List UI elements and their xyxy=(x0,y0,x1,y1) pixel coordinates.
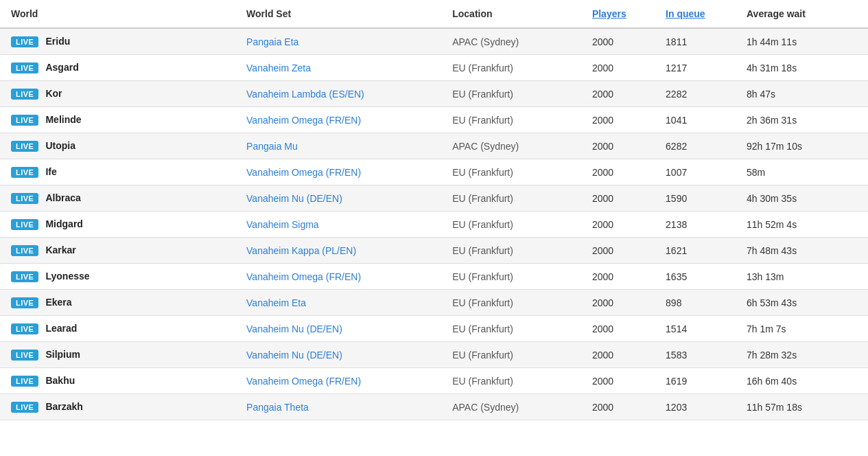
cell-queue: 1514 xyxy=(655,316,736,342)
cell-queue: 1217 xyxy=(655,55,736,81)
table-row: LIVEAlbracaVanaheim Nu (DE/EN)EU (Frankf… xyxy=(0,185,868,212)
cell-wait: 11h 52m 4s xyxy=(736,212,868,238)
world-name: Silpium xyxy=(45,349,80,360)
worldset-link[interactable]: Vanaheim Omega (FR/EN) xyxy=(246,376,361,387)
col-header-inqueue[interactable]: In queue xyxy=(655,0,736,28)
cell-worldset[interactable]: Vanaheim Kappa (PL/EN) xyxy=(235,238,441,264)
cell-wait: 92h 17m 10s xyxy=(736,133,868,159)
live-badge: LIVE xyxy=(11,219,38,230)
table-header-row: World World Set Location Players In queu… xyxy=(0,0,868,28)
cell-worldset[interactable]: Vanaheim Omega (FR/EN) xyxy=(235,107,441,133)
cell-wait: 7h 48m 43s xyxy=(736,238,868,264)
live-badge: LIVE xyxy=(11,193,38,204)
live-badge: LIVE xyxy=(11,36,38,47)
cell-worldset[interactable]: Vanaheim Nu (DE/EN) xyxy=(235,342,441,368)
table-row: LIVESilpiumVanaheim Nu (DE/EN)EU (Frankf… xyxy=(0,342,868,368)
cell-world: LIVEIfe xyxy=(0,159,235,185)
cell-location: EU (Frankfurt) xyxy=(441,342,581,368)
cell-worldset[interactable]: Vanaheim Lambda (ES/EN) xyxy=(235,81,441,107)
table-row: LIVEMidgardVanaheim SigmaEU (Frankfurt)2… xyxy=(0,212,868,238)
world-name: Albraca xyxy=(45,192,80,203)
table-row: LIVEMelindeVanaheim Omega (FR/EN)EU (Fra… xyxy=(0,107,868,133)
cell-players: 2000 xyxy=(581,185,655,212)
cell-players: 2000 xyxy=(581,133,655,159)
cell-world: LIVELyonesse xyxy=(0,264,235,290)
worldset-link[interactable]: Vanaheim Omega (FR/EN) xyxy=(246,271,361,282)
cell-world: LIVEMelinde xyxy=(0,107,235,133)
world-name: Eridu xyxy=(45,36,70,47)
cell-wait: 7h 28m 32s xyxy=(736,342,868,368)
cell-wait: 13h 13m xyxy=(736,264,868,290)
cell-worldset[interactable]: Vanaheim Omega (FR/EN) xyxy=(235,368,441,394)
world-name: Learad xyxy=(45,323,77,334)
worldset-link[interactable]: Vanaheim Zeta xyxy=(246,62,311,73)
live-badge: LIVE xyxy=(11,350,38,361)
cell-wait: 8h 47s xyxy=(736,81,868,107)
cell-queue: 2138 xyxy=(655,212,736,238)
worldset-link[interactable]: Pangaia Theta xyxy=(246,402,309,413)
cell-location: EU (Frankfurt) xyxy=(441,368,581,394)
cell-players: 2000 xyxy=(581,316,655,342)
live-badge: LIVE xyxy=(11,323,38,334)
worldset-link[interactable]: Vanaheim Kappa (PL/EN) xyxy=(246,245,356,256)
table-row: LIVEEriduPangaia EtaAPAC (Sydney)2000181… xyxy=(0,28,868,55)
world-name: Ife xyxy=(45,166,56,177)
worldset-link[interactable]: Pangaia Mu xyxy=(246,141,298,152)
worldset-link[interactable]: Vanaheim Lambda (ES/EN) xyxy=(246,89,364,100)
table-row: LIVEBarzakhPangaia ThetaAPAC (Sydney)200… xyxy=(0,394,868,420)
table-row: LIVEKorVanaheim Lambda (ES/EN)EU (Frankf… xyxy=(0,81,868,107)
cell-queue: 1041 xyxy=(655,107,736,133)
cell-location: EU (Frankfurt) xyxy=(441,107,581,133)
cell-worldset[interactable]: Vanaheim Zeta xyxy=(235,55,441,81)
live-badge: LIVE xyxy=(11,376,38,387)
cell-players: 2000 xyxy=(581,28,655,55)
worldset-link[interactable]: Vanaheim Nu (DE/EN) xyxy=(246,193,342,204)
cell-queue: 1590 xyxy=(655,185,736,212)
table-row: LIVEAsgardVanaheim ZetaEU (Frankfurt)200… xyxy=(0,55,868,81)
cell-world: LIVEKarkar xyxy=(0,238,235,264)
cell-world: LIVEUtopia xyxy=(0,133,235,159)
cell-wait: 4h 30m 35s xyxy=(736,185,868,212)
cell-worldset[interactable]: Pangaia Mu xyxy=(235,133,441,159)
live-badge: LIVE xyxy=(11,141,38,152)
cell-queue: 6282 xyxy=(655,133,736,159)
cell-queue: 1619 xyxy=(655,368,736,394)
cell-world: LIVEEkera xyxy=(0,290,235,316)
cell-players: 2000 xyxy=(581,81,655,107)
table-row: LIVEIfeVanaheim Omega (FR/EN)EU (Frankfu… xyxy=(0,159,868,185)
cell-worldset[interactable]: Vanaheim Omega (FR/EN) xyxy=(235,264,441,290)
cell-players: 2000 xyxy=(581,264,655,290)
worldset-link[interactable]: Vanaheim Omega (FR/EN) xyxy=(246,115,361,126)
cell-worldset[interactable]: Pangaia Eta xyxy=(235,28,441,55)
cell-worldset[interactable]: Vanaheim Omega (FR/EN) xyxy=(235,159,441,185)
cell-worldset[interactable]: Vanaheim Nu (DE/EN) xyxy=(235,185,441,212)
world-name: Midgard xyxy=(45,218,82,229)
worldset-link[interactable]: Vanaheim Omega (FR/EN) xyxy=(246,167,361,178)
cell-wait: 2h 36m 31s xyxy=(736,107,868,133)
cell-queue: 1811 xyxy=(655,28,736,55)
table-row: LIVEUtopiaPangaia MuAPAC (Sydney)2000628… xyxy=(0,133,868,159)
cell-worldset[interactable]: Pangaia Theta xyxy=(235,394,441,420)
cell-queue: 1621 xyxy=(655,238,736,264)
cell-location: EU (Frankfurt) xyxy=(441,159,581,185)
cell-world: LIVELearad xyxy=(0,316,235,342)
live-badge: LIVE xyxy=(11,245,38,256)
cell-players: 2000 xyxy=(581,368,655,394)
world-name: Bakhu xyxy=(45,375,75,386)
cell-queue: 1583 xyxy=(655,342,736,368)
worldset-link[interactable]: Pangaia Eta xyxy=(246,36,298,47)
cell-worldset[interactable]: Vanaheim Eta xyxy=(235,290,441,316)
worldset-link[interactable]: Vanaheim Sigma xyxy=(246,219,319,230)
live-badge: LIVE xyxy=(11,115,38,126)
live-badge: LIVE xyxy=(11,89,38,100)
cell-location: EU (Frankfurt) xyxy=(441,55,581,81)
cell-queue: 1203 xyxy=(655,394,736,420)
worldset-link[interactable]: Vanaheim Eta xyxy=(246,297,306,308)
worldset-link[interactable]: Vanaheim Nu (DE/EN) xyxy=(246,350,342,361)
cell-players: 2000 xyxy=(581,238,655,264)
cell-worldset[interactable]: Vanaheim Sigma xyxy=(235,212,441,238)
worldset-link[interactable]: Vanaheim Nu (DE/EN) xyxy=(246,323,342,334)
cell-location: EU (Frankfurt) xyxy=(441,81,581,107)
col-header-players[interactable]: Players xyxy=(581,0,655,28)
cell-worldset[interactable]: Vanaheim Nu (DE/EN) xyxy=(235,316,441,342)
